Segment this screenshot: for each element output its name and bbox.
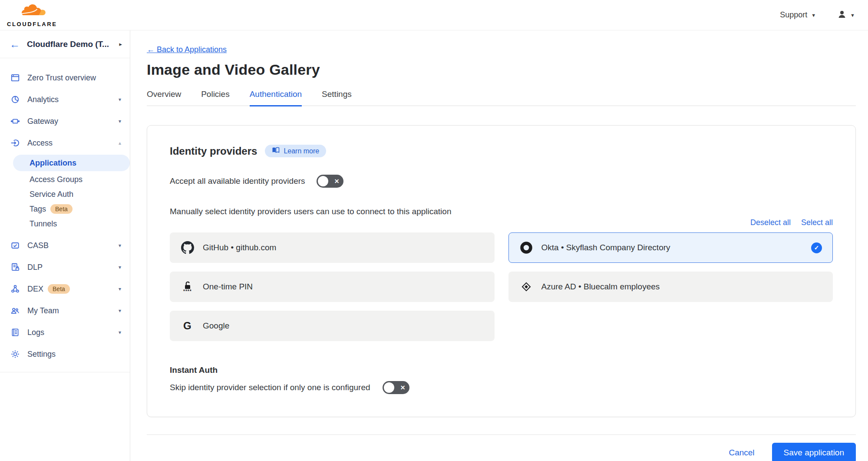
learn-more-badge[interactable]: Learn more [265,145,326,157]
sidebar-item-tunnels[interactable]: Tunnels [0,216,130,231]
sidebar-item-dex[interactable]: DEX Beta ▾ [0,278,130,300]
sidebar-item-label: Analytics [27,95,59,104]
provider-label: Azure AD • Bluecalm employees [541,282,660,292]
sidebar: ← Cloudflare Demo (T... ▸ Zero Trust ove… [0,30,130,461]
sidebar-divider [0,372,130,372]
chevron-down-icon: ▾ [119,242,121,249]
sidebar-item-zero-trust-overview[interactable]: Zero Trust overview [0,67,130,89]
cloudflare-logo[interactable]: CLOUDFLARE [7,3,57,27]
page-title: Image and Video Gallery [147,61,856,78]
learn-more-label: Learn more [284,147,319,155]
gear-icon [10,349,21,359]
main-content: ← Back to Applications Image and Video G… [130,30,868,461]
access-icon [10,138,21,148]
sidebar-item-label: Logs [27,328,44,337]
sidebar-item-analytics[interactable]: Analytics ▾ [0,89,130,110]
page: CLOUDFLARE Support ▼ ▼ ← C [0,0,868,461]
toggle-knob [318,176,328,186]
gateway-icon [10,116,21,126]
sidebar-item-label: Service Auth [30,190,73,199]
accept-all-toggle[interactable]: ✕ [317,175,343,188]
sidebar-nav: Zero Trust overview Analytics ▾ [0,58,130,372]
layout: ← Cloudflare Demo (T... ▸ Zero Trust ove… [0,30,868,461]
access-subnav: Applications Access Groups Service Auth … [0,154,130,235]
chevron-down-icon: ▾ [119,329,121,335]
tab-overview[interactable]: Overview [147,90,181,106]
provider-one-time-pin[interactable]: **** One-time PIN [170,272,495,302]
card-header: Identity providers Learn more [170,145,833,157]
support-label: Support [780,10,807,20]
sidebar-item-label: DLP [27,263,43,272]
sidebar-item-casb[interactable]: CASB ▾ [0,235,130,256]
topbar: CLOUDFLARE Support ▼ ▼ [0,0,868,30]
azure-ad-icon [519,280,533,293]
provider-label: One-time PIN [203,282,253,292]
provider-label: Google [203,321,229,331]
account-name: Cloudflare Demo (T... [27,40,109,49]
sidebar-item-access-groups[interactable]: Access Groups [0,172,130,187]
chevron-right-icon[interactable]: ▸ [119,41,122,47]
sidebar-item-label: Tags [30,205,46,214]
sidebar-item-tags[interactable]: Tags Beta [0,202,130,216]
cloudflare-cloud-icon [15,3,49,20]
sidebar-item-settings[interactable]: Settings [0,343,130,365]
sidebar-item-logs[interactable]: Logs ▾ [0,322,130,343]
save-application-button[interactable]: Save application [772,443,856,461]
sidebar-item-service-auth[interactable]: Service Auth [0,187,130,202]
chevron-down-icon: ▼ [811,13,816,18]
selected-check-icon: ✓ [811,242,822,253]
form-footer: Cancel Save application [147,434,856,461]
pie-chart-icon [10,95,21,104]
support-menu[interactable]: Support ▼ [780,10,816,20]
sidebar-item-label: DEX [27,285,43,294]
instant-auth-row: Skip identity provider selection if only… [170,381,833,394]
deselect-all-link[interactable]: Deselect all [750,218,791,227]
sidebar-item-my-team[interactable]: My Team ▾ [0,300,130,322]
sidebar-item-label: Zero Trust overview [27,73,96,83]
toggle-off-x-icon: ✕ [400,384,406,391]
instant-auth-toggle[interactable]: ✕ [383,381,409,394]
log-document-icon [10,328,21,337]
provider-azure-ad[interactable]: Azure AD • Bluecalm employees [508,272,833,302]
accept-all-label: Accept all available identity providers [170,176,305,186]
document-lock-icon [10,262,21,272]
back-arrow-icon[interactable]: ← [10,39,20,50]
provider-label: GitHub • github.com [203,243,276,252]
chevron-down-icon: ▾ [119,286,121,292]
beta-badge: Beta [48,284,70,294]
select-all-link[interactable]: Select all [801,218,833,227]
providers-grid: GitHub • github.com Okta • Skyflash Comp… [170,232,833,341]
sidebar-item-access[interactable]: Access ▴ [0,132,130,154]
sidebar-item-label: Tunnels [30,219,57,229]
sidebar-item-dlp[interactable]: DLP ▾ [0,256,130,278]
casb-icon [10,241,21,250]
sidebar-item-label: Settings [27,350,56,359]
tab-authentication[interactable]: Authentication [250,90,302,106]
user-menu[interactable]: ▼ [837,9,855,21]
account-switcher: ← Cloudflare Demo (T... ▸ [0,30,130,58]
tab-settings[interactable]: Settings [322,90,352,106]
chevron-down-icon: ▼ [850,13,855,18]
tab-bar: Overview Policies Authentication Setting… [147,90,856,106]
sidebar-item-gateway[interactable]: Gateway ▾ [0,110,130,132]
sidebar-item-label: My Team [27,306,59,315]
sidebar-item-label: Access [27,139,53,148]
chevron-down-icon: ▾ [119,264,121,270]
book-icon [272,147,280,155]
cancel-button[interactable]: Cancel [729,448,754,458]
sidebar-item-label: Applications [30,159,76,168]
okta-icon [519,241,533,254]
instant-auth-heading: Instant Auth [170,365,833,375]
network-nodes-icon [10,284,21,294]
provider-okta[interactable]: Okta • Skyflash Company Directory ✓ [508,232,833,263]
svg-text:****: **** [183,289,192,294]
sidebar-item-label: Gateway [27,117,58,126]
tab-policies[interactable]: Policies [201,90,229,106]
provider-google[interactable]: G Google [170,311,495,341]
chevron-down-icon: ▾ [119,118,121,124]
back-to-applications-link[interactable]: ← Back to Applications [147,45,227,54]
provider-github[interactable]: GitHub • github.com [170,232,495,263]
chevron-up-icon: ▴ [119,140,121,146]
sidebar-item-applications[interactable]: Applications [13,155,130,171]
identity-providers-card: Identity providers Learn more Accept all… [147,125,856,417]
